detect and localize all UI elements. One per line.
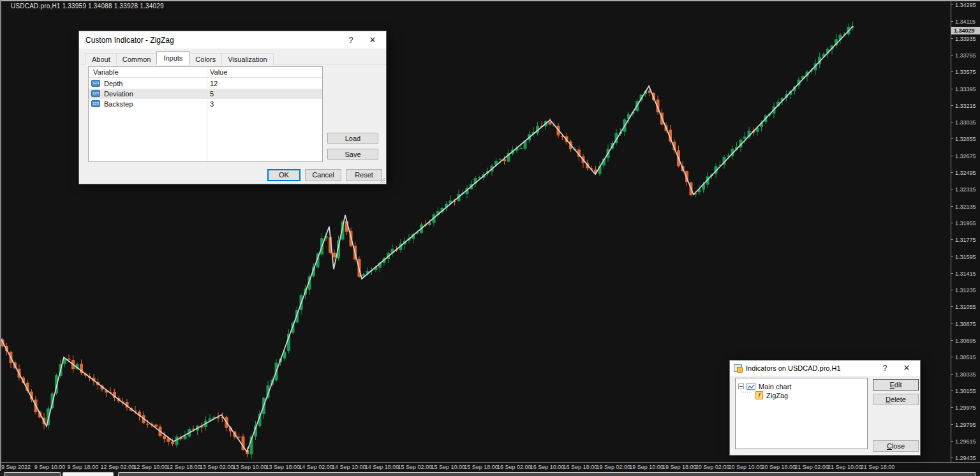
dialog-title: Custom Indicator - ZigZag (85, 36, 174, 45)
bottom-tab-edge-active (63, 472, 114, 476)
table-header: Variable Value (89, 67, 322, 78)
help-icon[interactable]: ? (875, 361, 895, 376)
tab-common[interactable]: Common (116, 53, 158, 65)
input-row-deviation[interactable]: 123Deviation5 (89, 89, 322, 99)
ok-button[interactable]: OK (267, 169, 301, 181)
mt4-window: USDCAD.pro,H1 1.33959 1.34088 1.33928 1.… (0, 0, 980, 476)
time-axis-label: 13 Sep 18:00 (265, 464, 300, 470)
time-axis-label: 14 Sep 02:00 (299, 464, 333, 470)
numeric-type-icon: 123 (91, 80, 100, 87)
time-axis-label: 20 Sep 02:00 (695, 464, 730, 470)
time-axis-label: 13 Sep 10:00 (233, 464, 267, 470)
save-button[interactable]: Save (327, 149, 378, 160)
col-header-value: Value (210, 68, 227, 76)
time-axis-label: 16 Sep 18:00 (563, 464, 598, 470)
time-axis-label: 21 Sep 18:00 (861, 464, 895, 470)
time-axis[interactable]: 9 Sep 20229 Sep 10:009 Sep 18:0012 Sep 0… (0, 463, 980, 472)
time-axis-label: 15 Sep 18:00 (464, 464, 498, 470)
chart-ohlc-title: USDCAD.pro,H1 1.33959 1.34088 1.33928 1.… (11, 3, 164, 10)
time-axis-label: 19 Sep 02:00 (596, 464, 630, 470)
cancel-button[interactable]: Cancel (305, 169, 341, 181)
current-price-tag: 1.34029 (951, 27, 980, 34)
time-axis-label: 12 Sep 18:00 (167, 464, 201, 470)
close-icon[interactable]: ✕ (897, 361, 916, 376)
time-axis-label: 14 Sep 10:00 (332, 464, 366, 470)
col-header-variable: Variable (93, 68, 119, 76)
help-icon[interactable]: ? (341, 31, 360, 48)
indicators-tree: Main chart f ZigZag (735, 378, 868, 449)
custom-indicator-dialog-titlebar[interactable]: Custom Indicator - ZigZag (79, 31, 386, 48)
window-left-border (0, 0, 1, 471)
tree-item-label: ZigZag (766, 392, 788, 399)
time-axis-label: 21 Sep 10:00 (828, 464, 862, 470)
time-axis-label: 14 Sep 18:00 (365, 464, 399, 470)
delete-button[interactable]: Delete (873, 394, 919, 405)
time-axis-label: 20 Sep 10:00 (729, 464, 763, 470)
time-axis-label: 16 Sep 02:00 (497, 464, 531, 470)
time-axis-label: 19 Sep 10:00 (629, 464, 664, 470)
tab-inputs[interactable]: Inputs (156, 51, 189, 65)
reset-button[interactable]: Reset (346, 169, 382, 181)
time-axis-label: 12 Sep 02:00 (100, 464, 135, 470)
close-icon[interactable]: ✕ (363, 31, 382, 48)
time-axis-label: 9 Sep 10:00 (34, 464, 66, 470)
inputs-table: Variable Value 123Depth12123Deviation512… (88, 66, 323, 162)
indicators-dialog-icon (734, 364, 742, 372)
input-row-depth[interactable]: 123Depth12 (89, 78, 322, 89)
numeric-type-icon: 123 (91, 90, 100, 97)
tab-about[interactable]: About (85, 53, 117, 65)
time-axis-label: 15 Sep 02:00 (398, 464, 433, 470)
time-axis-label: 16 Sep 10:00 (530, 464, 565, 470)
tab-colors[interactable]: Colors (189, 53, 222, 65)
indicator-icon: f (755, 391, 763, 399)
resize-grip[interactable] (379, 177, 385, 182)
bottom-tab-edge (4, 472, 61, 476)
tab-visualization[interactable]: Visualization (221, 53, 274, 65)
time-axis-label: 21 Sep 02:00 (794, 464, 829, 470)
numeric-type-icon: 123 (91, 100, 100, 107)
tabstrip: AboutCommonInputsColorsVisualization (85, 52, 273, 64)
input-row-backstep[interactable]: 123Backstep3 (89, 99, 322, 109)
bottom-panel-edge-long (118, 472, 976, 476)
custom-indicator-dialog: Custom Indicator - ZigZag ? ✕ AboutCommo… (78, 31, 387, 184)
bottom-panel-edge (0, 472, 980, 476)
time-axis-label: 19 Sep 18:00 (662, 464, 697, 470)
time-axis-label: 15 Sep 10:00 (431, 464, 465, 470)
tree-item-zigzag[interactable]: f ZigZag (736, 390, 867, 400)
tree-item-main-chart[interactable]: Main chart (736, 382, 867, 391)
tree-item-label: Main chart (759, 383, 791, 390)
time-axis-label: 13 Sep 02:00 (200, 464, 234, 470)
close-button[interactable]: Close (873, 440, 919, 452)
window-top-border (0, 0, 980, 1)
dialog-title: Indicators on USDCAD.pro,H1 (746, 364, 841, 372)
time-axis-label: 20 Sep 18:00 (761, 464, 796, 470)
time-axis-label: 9 Sep 2022 (1, 464, 31, 470)
time-axis-label: 12 Sep 10:00 (133, 464, 168, 470)
load-button[interactable]: Load (327, 133, 378, 144)
price-axis[interactable]: 1.342951.341151.339351.337551.335751.333… (951, 0, 980, 462)
edit-button[interactable]: Edit (873, 379, 919, 390)
chart-icon (746, 383, 755, 390)
time-axis-label: 9 Sep 18:00 (68, 464, 99, 470)
indicators-list-dialog: Indicators on USDCAD.pro,H1 ? ✕ Main cha… (729, 360, 921, 456)
